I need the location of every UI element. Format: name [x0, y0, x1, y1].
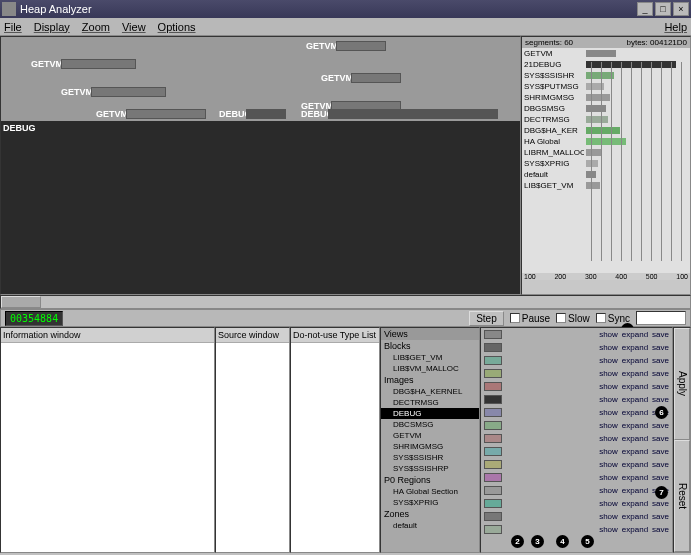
view-item[interactable]: LIB$GET_VM [381, 352, 479, 363]
save-link[interactable]: save [652, 499, 669, 508]
view-item[interactable]: default [381, 520, 479, 531]
expand-link[interactable]: expand [622, 525, 648, 534]
expand-link[interactable]: expand [622, 434, 648, 443]
expand-link[interactable]: expand [622, 356, 648, 365]
save-link[interactable]: save [652, 395, 669, 404]
show-link[interactable]: show [599, 408, 618, 417]
legend-row: showexpandsave [481, 484, 672, 497]
save-link[interactable]: save [652, 460, 669, 469]
view-item[interactable]: SYS$XPRIG [381, 497, 479, 508]
view-item[interactable]: GETVM [381, 430, 479, 441]
view-category[interactable]: Blocks [381, 340, 479, 352]
show-link[interactable]: show [599, 369, 618, 378]
view-item[interactable]: DEBUG [381, 408, 479, 419]
show-link[interactable]: show [599, 356, 618, 365]
close-button[interactable]: × [673, 2, 689, 16]
color-swatch[interactable] [484, 330, 502, 339]
show-link[interactable]: show [599, 473, 618, 482]
save-link[interactable]: save [652, 447, 669, 456]
save-link[interactable]: save [652, 512, 669, 521]
expand-link[interactable]: expand [622, 343, 648, 352]
save-link[interactable]: save [652, 343, 669, 352]
color-swatch[interactable] [484, 473, 502, 482]
view-category[interactable]: P0 Regions [381, 474, 479, 486]
slow-checkbox[interactable]: Slow [556, 313, 590, 324]
legend-row: showexpandsave [481, 328, 672, 341]
save-link[interactable]: save [652, 382, 669, 391]
show-link[interactable]: show [599, 525, 618, 534]
save-link[interactable]: save [652, 421, 669, 430]
save-link[interactable]: save [652, 330, 669, 339]
menu-options[interactable]: Options [158, 21, 196, 33]
save-link[interactable]: save [652, 473, 669, 482]
save-link[interactable]: save [652, 356, 669, 365]
expand-link[interactable]: expand [622, 486, 648, 495]
reset-button[interactable]: Reset [674, 440, 690, 552]
color-swatch[interactable] [484, 499, 502, 508]
color-swatch[interactable] [484, 395, 502, 404]
menu-view[interactable]: View [122, 21, 146, 33]
expand-link[interactable]: expand [622, 369, 648, 378]
view-item[interactable]: DBG$HA_KERNEL [381, 386, 479, 397]
color-swatch[interactable] [484, 447, 502, 456]
view-item[interactable]: LIB$VM_MALLOC [381, 363, 479, 374]
expand-link[interactable]: expand [622, 330, 648, 339]
menu-help[interactable]: Help [664, 21, 687, 33]
show-link[interactable]: show [599, 460, 618, 469]
expand-link[interactable]: expand [622, 408, 648, 417]
show-link[interactable]: show [599, 499, 618, 508]
step-button[interactable]: Step [469, 311, 504, 326]
view-item[interactable]: DECTRMSG [381, 397, 479, 408]
menu-display[interactable]: Display [34, 21, 70, 33]
show-link[interactable]: show [599, 512, 618, 521]
expand-link[interactable]: expand [622, 473, 648, 482]
show-link[interactable]: show [599, 434, 618, 443]
pause-checkbox[interactable]: Pause [510, 313, 550, 324]
expand-link[interactable]: expand [622, 421, 648, 430]
show-link[interactable]: show [599, 421, 618, 430]
expand-link[interactable]: expand [622, 499, 648, 508]
show-link[interactable]: show [599, 330, 618, 339]
save-link[interactable]: save [652, 369, 669, 378]
color-swatch[interactable] [484, 434, 502, 443]
save-link[interactable]: save [652, 434, 669, 443]
sync-checkbox[interactable]: Sync 1 [596, 313, 630, 324]
color-swatch[interactable] [484, 512, 502, 521]
view-category[interactable]: Images [381, 374, 479, 386]
show-link[interactable]: show [599, 486, 618, 495]
show-link[interactable]: show [599, 395, 618, 404]
save-link[interactable]: save [652, 525, 669, 534]
view-item[interactable]: HA Global Section [381, 486, 479, 497]
color-swatch[interactable] [484, 356, 502, 365]
color-swatch[interactable] [484, 369, 502, 378]
minimize-button[interactable]: _ [637, 2, 653, 16]
color-swatch[interactable] [484, 486, 502, 495]
view-item[interactable]: SHRIMGMSG [381, 441, 479, 452]
show-link[interactable]: show [599, 447, 618, 456]
color-swatch[interactable] [484, 382, 502, 391]
view-category[interactable]: Zones [381, 508, 479, 520]
menu-file[interactable]: File [4, 21, 22, 33]
show-link[interactable]: show [599, 382, 618, 391]
sync-field[interactable] [636, 311, 686, 325]
color-swatch[interactable] [484, 408, 502, 417]
heap-scrollbar[interactable] [0, 295, 691, 309]
expand-link[interactable]: expand [622, 447, 648, 456]
color-swatch[interactable] [484, 460, 502, 469]
show-link[interactable]: show [599, 343, 618, 352]
expand-link[interactable]: expand [622, 382, 648, 391]
heap-view[interactable]: GETVM GETVM GETVM GETVM GETVM GETVM DEBU… [0, 36, 521, 295]
color-swatch[interactable] [484, 525, 502, 534]
color-swatch[interactable] [484, 343, 502, 352]
expand-link[interactable]: expand [622, 460, 648, 469]
view-item[interactable]: DBCSMSG [381, 419, 479, 430]
view-item[interactable]: SYS$SSISHRP [381, 463, 479, 474]
color-swatch[interactable] [484, 421, 502, 430]
menu-zoom[interactable]: Zoom [82, 21, 110, 33]
expand-link[interactable]: expand [622, 395, 648, 404]
segment-row[interactable]: GETVM [522, 48, 690, 59]
expand-link[interactable]: expand [622, 512, 648, 521]
view-item[interactable]: SYS$SSISHR [381, 452, 479, 463]
maximize-button[interactable]: □ [655, 2, 671, 16]
apply-button[interactable]: Apply [674, 328, 690, 440]
